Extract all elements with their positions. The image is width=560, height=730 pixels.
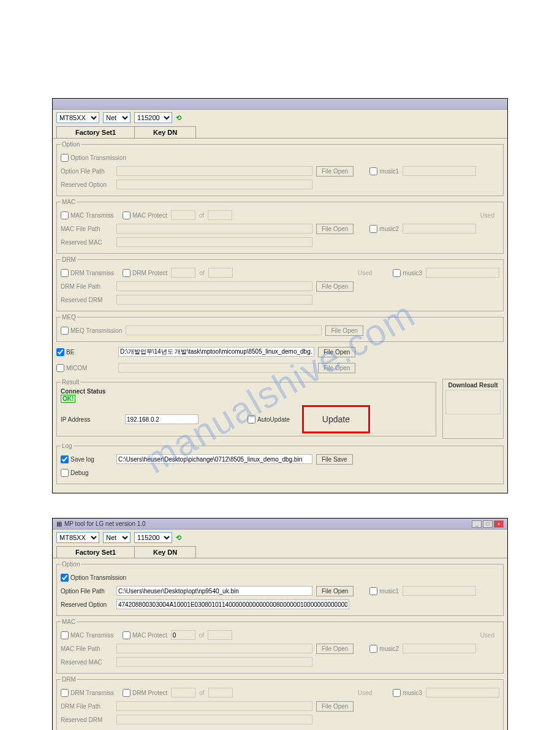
be-path-input[interactable]: [118, 347, 314, 357]
result-legend: Result: [61, 379, 80, 386]
mac-count2[interactable]: [208, 630, 232, 640]
music3-input[interactable]: [426, 688, 499, 698]
model-select[interactable]: MT85XX: [56, 532, 99, 543]
mac-legend: MAC: [61, 618, 77, 625]
toolbar: MT85XX Net 115200 ⟲: [53, 110, 507, 126]
save-log-check[interactable]: Save log: [61, 455, 113, 463]
option-file-path-input[interactable]: [116, 166, 312, 176]
file-save-button[interactable]: File Save: [316, 454, 353, 465]
mac-protect-check[interactable]: MAC Protect: [123, 631, 167, 639]
tab-key-dn[interactable]: Key DN: [134, 546, 196, 558]
update-button[interactable]: Update: [302, 405, 370, 433]
reserved-mac-input[interactable]: [116, 237, 312, 247]
debug-check[interactable]: Debug: [61, 469, 88, 477]
titlebar: ▦ MP tool for LG net version 1.0 _ □ ×: [53, 519, 507, 530]
reserved-mac-label: Reserved MAC: [61, 659, 113, 666]
ip-address-input[interactable]: [125, 414, 199, 424]
mac-protect-check[interactable]: MAC Protect: [123, 211, 167, 219]
meq-group: MEQ MEQ Transmission File Open: [56, 314, 504, 342]
mac-used-label: Used: [480, 212, 494, 219]
option-transmission-check[interactable]: Option Transmission: [61, 574, 126, 582]
music1-check[interactable]: music1: [369, 167, 399, 175]
drm-protect-check[interactable]: DRM Protect: [123, 269, 167, 277]
baud-select[interactable]: 115200: [134, 112, 172, 123]
mac-count1[interactable]: [171, 210, 195, 220]
mac-file-open-button[interactable]: File Open: [316, 224, 354, 234]
reserved-option-input[interactable]: [116, 180, 312, 189]
option-file-open-button[interactable]: File Open: [316, 166, 354, 177]
drm-count2[interactable]: [208, 688, 233, 698]
drm-file-open-button[interactable]: File Open: [316, 281, 354, 292]
drm-file-open-button[interactable]: File Open: [316, 701, 354, 712]
micom-check[interactable]: MICOM: [56, 364, 115, 372]
reserved-option-label: Reserved Option: [61, 181, 113, 188]
drm-transmiss-check[interactable]: DRM Transmiss: [61, 269, 119, 277]
mac-count1[interactable]: [171, 630, 195, 640]
model-select[interactable]: MT85XX: [56, 112, 99, 123]
auto-update-check[interactable]: AutoUpdate: [248, 416, 290, 424]
minimize-icon[interactable]: _: [472, 520, 482, 528]
drm-count2[interactable]: [208, 268, 233, 278]
reserved-option-input[interactable]: [116, 599, 349, 609]
mac-transmiss-check[interactable]: MAC Transmiss: [61, 211, 119, 219]
micom-path-input[interactable]: [118, 363, 314, 373]
maximize-icon[interactable]: □: [483, 520, 493, 528]
tab-factory-set1[interactable]: Factory Set1: [56, 546, 134, 558]
reserved-drm-input[interactable]: [116, 715, 312, 724]
drm-protect-check[interactable]: DRM Protect: [123, 689, 167, 697]
refresh-icon[interactable]: ⟲: [176, 114, 181, 122]
be-file-open-button[interactable]: File Open: [318, 347, 355, 357]
music2-input[interactable]: [403, 644, 476, 653]
option-legend: Option: [61, 561, 81, 568]
music1-input[interactable]: [403, 166, 476, 176]
drm-transmiss-check[interactable]: DRM Transmiss: [61, 689, 119, 697]
music2-input[interactable]: [403, 224, 476, 234]
option-legend: Option: [61, 141, 81, 148]
connection-select[interactable]: Net: [103, 532, 131, 543]
music3-check[interactable]: music3: [393, 689, 422, 697]
drm-of-label: of: [199, 690, 204, 696]
mac-file-path-input[interactable]: [116, 224, 312, 234]
tab-factory-set1[interactable]: Factory Set1: [56, 126, 134, 139]
tabs: Factory Set1 Key DN: [53, 126, 507, 138]
drm-count1[interactable]: [171, 688, 195, 698]
music3-check[interactable]: music3: [393, 269, 422, 277]
mac-transmiss-check[interactable]: MAC Transmiss: [61, 631, 119, 639]
drm-legend: DRM: [61, 256, 77, 263]
music2-check[interactable]: music2: [369, 645, 399, 653]
music1-check[interactable]: music1: [369, 587, 399, 595]
be-check[interactable]: BE: [56, 348, 115, 356]
mac-file-path-input[interactable]: [116, 644, 312, 653]
mac-group: MAC MAC Transmiss MAC Protect of Used MA…: [56, 618, 504, 674]
meq-transmission-check[interactable]: MEQ Transmission: [61, 327, 122, 335]
drm-count1[interactable]: [171, 268, 195, 278]
ip-address-label: IP Address: [61, 416, 113, 423]
reserved-mac-input[interactable]: [116, 657, 312, 667]
mac-file-open-button[interactable]: File Open: [316, 644, 354, 654]
download-result-panel: Download Result: [442, 379, 504, 439]
baud-select[interactable]: 115200: [134, 532, 172, 543]
tab-key-dn[interactable]: Key DN: [134, 126, 196, 139]
option-transmission-check[interactable]: Option Transmission: [61, 154, 126, 162]
music2-check[interactable]: music2: [369, 225, 399, 233]
drm-file-path-input[interactable]: [116, 281, 312, 291]
music1-input[interactable]: [403, 586, 476, 596]
mac-group: MAC MAC Transmiss MAC Protect of Used MA…: [56, 199, 504, 254]
refresh-icon[interactable]: ⟲: [176, 534, 181, 542]
mac-used-label: Used: [480, 632, 494, 639]
save-log-path-input[interactable]: [116, 454, 312, 464]
app-window-1: MT85XX Net 115200 ⟲ Factory Set1 Key DN …: [52, 98, 508, 493]
close-icon[interactable]: ×: [494, 520, 504, 528]
connection-select[interactable]: Net: [103, 112, 131, 123]
drm-file-path-label: DRM File Path: [61, 703, 113, 710]
micom-file-open-button[interactable]: File Open: [318, 363, 355, 373]
option-file-path-input[interactable]: [116, 586, 312, 596]
option-group: Option Option Transmission Option File P…: [56, 141, 504, 196]
option-file-open-button[interactable]: File Open: [316, 586, 354, 596]
meq-file-open-button[interactable]: File Open: [325, 325, 363, 336]
mac-count2[interactable]: [208, 210, 232, 220]
music3-input[interactable]: [426, 268, 499, 278]
meq-path-input[interactable]: [126, 325, 322, 335]
reserved-drm-input[interactable]: [116, 295, 312, 305]
drm-file-path-input[interactable]: [116, 701, 312, 711]
